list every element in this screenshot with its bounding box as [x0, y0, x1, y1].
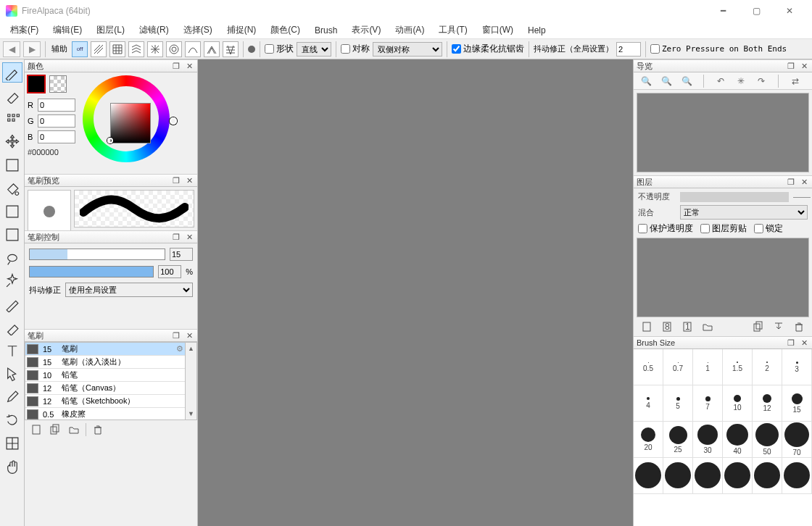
history-fwd-button[interactable]: ▶ — [23, 41, 41, 57]
brush-size-cell[interactable]: 50 — [753, 422, 782, 458]
brush-size-cell[interactable]: 20 — [634, 422, 663, 458]
lock-checkbox[interactable]: 锁定 — [754, 222, 783, 235]
snap-concentric-button[interactable] — [166, 41, 182, 57]
brush-size-cell[interactable]: 0.7 — [663, 349, 693, 385]
shape-select[interactable]: 直线 — [297, 42, 331, 57]
menu-item[interactable]: 图层(L) — [89, 22, 132, 38]
tool-select-pen[interactable] — [2, 294, 22, 314]
snap-parallel-button[interactable] — [91, 41, 107, 57]
rotate-cw-icon[interactable]: ↷ — [755, 75, 768, 88]
brush-list-item[interactable]: 10铅笔 — [25, 369, 185, 382]
menu-item[interactable]: Help — [521, 23, 553, 38]
brush-size-cell[interactable] — [693, 458, 723, 494]
brush-size-cell[interactable] — [753, 458, 782, 494]
tool-bucket[interactable] — [2, 178, 22, 199]
symmetry-select[interactable]: 双侧对称 — [373, 42, 442, 57]
brush-size-cell[interactable]: 1.5 — [723, 349, 753, 385]
navigator-view[interactable] — [637, 93, 809, 172]
gear-icon[interactable]: ⚙ — [176, 344, 183, 354]
brush-list-item[interactable]: 15笔刷（淡入淡出） — [25, 356, 185, 369]
r-input[interactable] — [38, 99, 75, 112]
brush-size-cell[interactable] — [782, 458, 812, 494]
menu-item[interactable]: 颜色(C) — [263, 22, 307, 38]
close-icon[interactable]: ✕ — [799, 338, 809, 348]
new-layer-button[interactable] — [639, 320, 654, 334]
brush-list-item[interactable]: 15笔刷⚙ — [25, 343, 185, 356]
close-icon[interactable]: ✕ — [184, 232, 194, 242]
menu-item[interactable]: 动画(A) — [388, 22, 431, 38]
brush-size-cell[interactable]: 40 — [723, 422, 753, 458]
tool-pointer[interactable] — [2, 364, 22, 384]
brush-tip-indicator[interactable] — [248, 46, 255, 53]
undock-icon[interactable]: ❐ — [786, 338, 796, 348]
b-input[interactable] — [38, 130, 75, 143]
brush-size-value[interactable]: 15 — [170, 248, 193, 261]
brush-size-cell[interactable]: 7 — [693, 385, 723, 422]
tool-select-eraser[interactable] — [2, 317, 22, 338]
menu-item[interactable]: 编辑(E) — [46, 22, 89, 38]
menu-item[interactable]: 窗口(W) — [475, 22, 521, 38]
undock-icon[interactable]: ❐ — [786, 177, 796, 187]
brush-list-item[interactable]: 12铅笔（Sketchbook） — [25, 395, 185, 408]
snap-vanishing-button[interactable] — [204, 41, 220, 57]
brush-size-cell[interactable]: 10 — [723, 385, 753, 422]
menu-item[interactable]: 表示(V) — [344, 22, 388, 38]
brush-size-cell[interactable] — [663, 458, 693, 494]
brush-size-cell[interactable]: 0.5 — [634, 349, 663, 385]
undock-icon[interactable]: ❐ — [171, 330, 181, 341]
snap-isometric-button[interactable] — [128, 41, 144, 57]
tool-eraser[interactable] — [2, 85, 22, 106]
zoom-out-icon[interactable]: 🔍 — [660, 75, 673, 88]
tool-text[interactable] — [2, 341, 22, 361]
close-button[interactable]: ✕ — [773, 0, 806, 22]
symmetry-checkbox[interactable]: 对称 — [341, 43, 370, 55]
menu-item[interactable]: 滤镜(R) — [132, 22, 176, 38]
foreground-swatch[interactable] — [28, 75, 45, 93]
scroll-up-icon[interactable]: ▲ — [186, 343, 196, 354]
brush-list-scrollbar[interactable]: ▲ ▼ — [185, 343, 196, 419]
rotate-reset-icon[interactable]: ✳ — [734, 75, 747, 88]
g-input[interactable] — [38, 114, 75, 128]
shape-checkbox[interactable]: 形状 — [265, 43, 294, 55]
duplicate-layer-button[interactable] — [751, 320, 766, 334]
tool-gradient[interactable] — [2, 201, 22, 222]
antialias-checkbox[interactable]: 边缘柔化抗锯齿 — [452, 43, 524, 55]
snap-grid-button[interactable] — [109, 41, 125, 57]
tool-brush[interactable] — [2, 62, 22, 83]
flip-icon[interactable]: ⇄ — [789, 75, 802, 88]
close-icon[interactable]: ✕ — [799, 177, 809, 187]
brush-list[interactable]: ▲ ▼ 15笔刷⚙15笔刷（淡入淡出）10铅笔12铅笔（Canvas）12铅笔（… — [25, 342, 197, 420]
snap-3d-button[interactable] — [223, 41, 239, 57]
close-icon[interactable]: ✕ — [799, 61, 809, 71]
tool-hand-rotate[interactable] — [2, 410, 22, 430]
brush-opacity-slider[interactable] — [29, 266, 154, 277]
zero-pressure-checkbox[interactable]: Zero Pressure on Both Ends — [650, 44, 787, 54]
tool-select-rect[interactable] — [2, 225, 22, 245]
minimize-button[interactable]: ━ — [706, 0, 740, 22]
undock-icon[interactable]: ❐ — [171, 175, 181, 185]
brush-opacity-value[interactable]: 100 — [158, 265, 181, 278]
brush-size-slider[interactable] — [29, 249, 165, 260]
undock-icon[interactable]: ❐ — [171, 61, 181, 71]
close-icon[interactable]: ✕ — [184, 61, 194, 71]
brush-size-cell[interactable] — [723, 458, 753, 494]
duplicate-brush-button[interactable] — [48, 422, 62, 437]
close-icon[interactable]: ✕ — [184, 175, 194, 185]
brush-list-item[interactable]: 0.5橡皮擦 — [25, 408, 185, 420]
opacity-slider[interactable] — [680, 192, 789, 202]
brush-size-cell[interactable]: 4 — [634, 385, 663, 422]
brush-list-item[interactable]: 12铅笔（Canvas） — [25, 382, 185, 395]
new-8bit-layer-button[interactable]: 8 — [660, 320, 674, 334]
history-back-button[interactable]: ◀ — [3, 41, 20, 57]
tool-move[interactable] — [2, 132, 22, 152]
brush-size-cell[interactable]: 5 — [663, 385, 693, 422]
tool-select-lasso[interactable] — [2, 248, 22, 268]
undock-icon[interactable]: ❐ — [171, 232, 181, 242]
menu-item[interactable]: 选择(S) — [176, 22, 220, 38]
tool-magic-wand[interactable] — [2, 271, 22, 291]
brush-size-cell[interactable]: 15 — [782, 385, 812, 422]
new-folder-button[interactable] — [700, 320, 715, 334]
snap-curve-button[interactable] — [185, 41, 201, 57]
new-brush-button[interactable] — [29, 422, 44, 437]
merge-layer-button[interactable] — [771, 320, 786, 334]
